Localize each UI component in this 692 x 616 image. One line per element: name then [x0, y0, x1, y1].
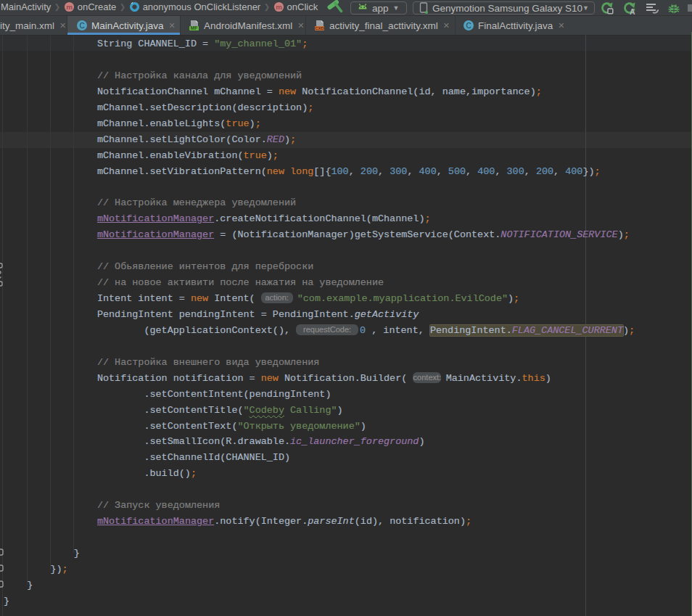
svg-text:CXD: CXD	[315, 26, 324, 30]
svg-text:A: A	[630, 7, 635, 15]
svg-text:MF: MF	[191, 25, 197, 30]
svg-text:m: m	[276, 3, 282, 11]
svg-text:m: m	[66, 3, 73, 11]
svg-text:C: C	[79, 22, 84, 30]
svg-text:C: C	[466, 22, 471, 30]
